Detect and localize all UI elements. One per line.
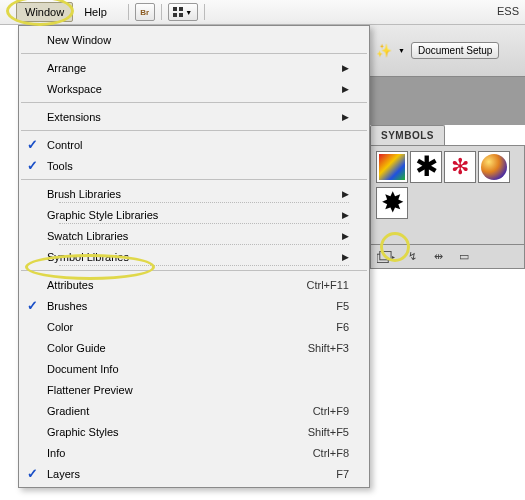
symbols-panel: SYMBOLS ✱ ✻ ✸ ▸ ↯ ⇹ ▭ — [370, 125, 525, 269]
check-icon: ✓ — [27, 466, 38, 481]
menu-item-graphic-style-libraries[interactable]: Graphic Style Libraries▶ — [19, 204, 369, 225]
shortcut-label: Ctrl+F9 — [313, 405, 349, 417]
svg-rect-1 — [380, 251, 391, 259]
chevron-down-icon: ▼ — [398, 47, 405, 54]
symbols-panel-body: ✱ ✻ ✸ — [370, 145, 525, 245]
submenu-arrow-icon: ▶ — [342, 63, 349, 73]
shortcut-label: F7 — [336, 468, 349, 480]
menu-window[interactable]: Window — [16, 2, 73, 22]
place-symbol-icon[interactable]: ↯ — [403, 250, 421, 264]
check-icon: ✓ — [27, 158, 38, 173]
menu-item-arrange[interactable]: Arrange▶ — [19, 57, 369, 78]
submenu-arrow-icon: ▶ — [342, 112, 349, 122]
symbol-thumb-sphere[interactable] — [478, 151, 510, 183]
window-dropdown: New Window Arrange▶ Workspace▶ Extension… — [18, 25, 370, 488]
menu-separator — [21, 179, 367, 180]
symbol-libraries-icon[interactable]: ▸ — [377, 250, 395, 264]
grid-icon — [173, 7, 183, 17]
menu-item-workspace[interactable]: Workspace▶ — [19, 78, 369, 99]
symbols-panel-footer: ▸ ↯ ⇹ ▭ — [370, 245, 525, 269]
shortcut-label: Ctrl+F11 — [307, 279, 350, 291]
menu-separator — [21, 270, 367, 271]
workspace-label[interactable]: ESS — [497, 5, 519, 17]
chevron-down-icon: ▼ — [185, 9, 192, 16]
menu-item-color[interactable]: ColorF6 — [19, 316, 369, 337]
menu-help[interactable]: Help — [75, 2, 116, 22]
menu-separator — [21, 102, 367, 103]
check-icon: ✓ — [27, 137, 38, 152]
menubar: Window Help Br ▼ ESS — [0, 0, 525, 25]
shortcut-label: Shift+F5 — [308, 426, 349, 438]
menu-item-document-info[interactable]: Document Info — [19, 358, 369, 379]
menu-item-info[interactable]: InfoCtrl+F8 — [19, 442, 369, 463]
symbol-thumb-inkblot[interactable]: ✸ — [376, 187, 408, 219]
menu-item-flattener-preview[interactable]: Flattener Preview — [19, 379, 369, 400]
submenu-arrow-icon: ▶ — [342, 231, 349, 241]
toolbar-group: Br ▼ — [128, 3, 205, 21]
menu-item-brushes[interactable]: ✓BrushesF5 — [19, 295, 369, 316]
shortcut-label: F6 — [336, 321, 349, 333]
menu-separator — [21, 130, 367, 131]
menu-item-extensions[interactable]: Extensions▶ — [19, 106, 369, 127]
symbol-options-icon[interactable]: ▭ — [455, 250, 473, 264]
app-background — [370, 77, 525, 125]
menu-separator — [21, 53, 367, 54]
menu-item-symbol-libraries[interactable]: Symbol Libraries▶ — [19, 246, 369, 267]
wand-icon: ✨ — [376, 43, 392, 58]
break-link-icon[interactable]: ⇹ — [429, 250, 447, 264]
menu-item-gradient[interactable]: GradientCtrl+F9 — [19, 400, 369, 421]
submenu-arrow-icon: ▶ — [342, 84, 349, 94]
menu-item-tools[interactable]: ✓Tools — [19, 155, 369, 176]
symbol-thumb-bow[interactable]: ✻ — [444, 151, 476, 183]
menu-item-swatch-libraries[interactable]: Swatch Libraries▶ — [19, 225, 369, 246]
menu-item-graphic-styles[interactable]: Graphic StylesShift+F5 — [19, 421, 369, 442]
panel-tab-symbols[interactable]: SYMBOLS — [370, 125, 445, 145]
submenu-arrow-icon: ▶ — [342, 189, 349, 199]
symbol-thumb-cube[interactable] — [376, 151, 408, 183]
menu-item-attributes[interactable]: AttributesCtrl+F11 — [19, 274, 369, 295]
menu-item-brush-libraries[interactable]: Brush Libraries▶ — [19, 183, 369, 204]
submenu-arrow-icon: ▶ — [342, 252, 349, 262]
menu-item-color-guide[interactable]: Color GuideShift+F3 — [19, 337, 369, 358]
shortcut-label: Ctrl+F8 — [313, 447, 349, 459]
check-icon: ✓ — [27, 298, 38, 313]
document-setup-button[interactable]: Document Setup — [411, 42, 500, 59]
bridge-button[interactable]: Br — [135, 3, 155, 21]
menu-item-layers[interactable]: ✓LayersF7 — [19, 463, 369, 484]
control-bar: ✨ ▼ Document Setup — [370, 25, 525, 77]
shortcut-label: F5 — [336, 300, 349, 312]
shortcut-label: Shift+F3 — [308, 342, 349, 354]
submenu-arrow-icon: ▶ — [342, 210, 349, 220]
arrange-docs-button[interactable]: ▼ — [168, 3, 198, 21]
menu-item-control[interactable]: ✓Control — [19, 134, 369, 155]
menu-item-new-window[interactable]: New Window — [19, 29, 369, 50]
symbol-thumb-splat[interactable]: ✱ — [410, 151, 442, 183]
